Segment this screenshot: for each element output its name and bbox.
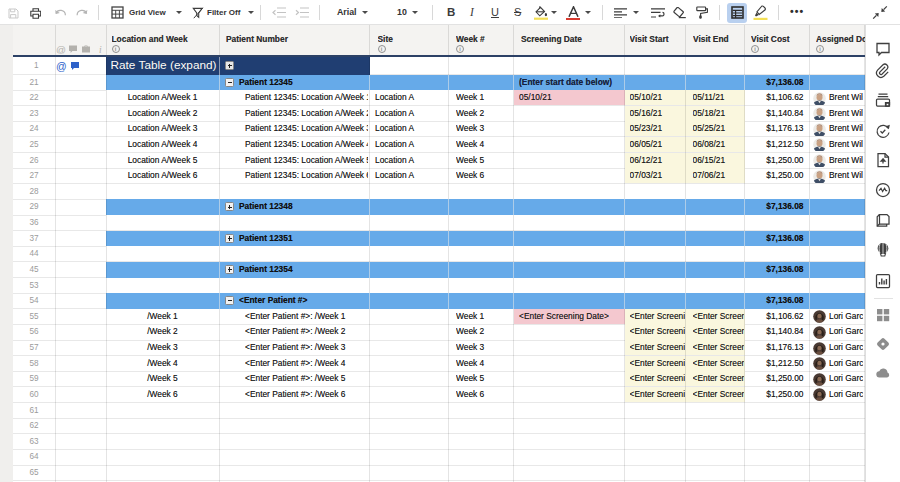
svg-text:i: i (99, 44, 102, 55)
svg-text:@: @ (56, 44, 66, 55)
svg-text:@: @ (56, 61, 67, 72)
